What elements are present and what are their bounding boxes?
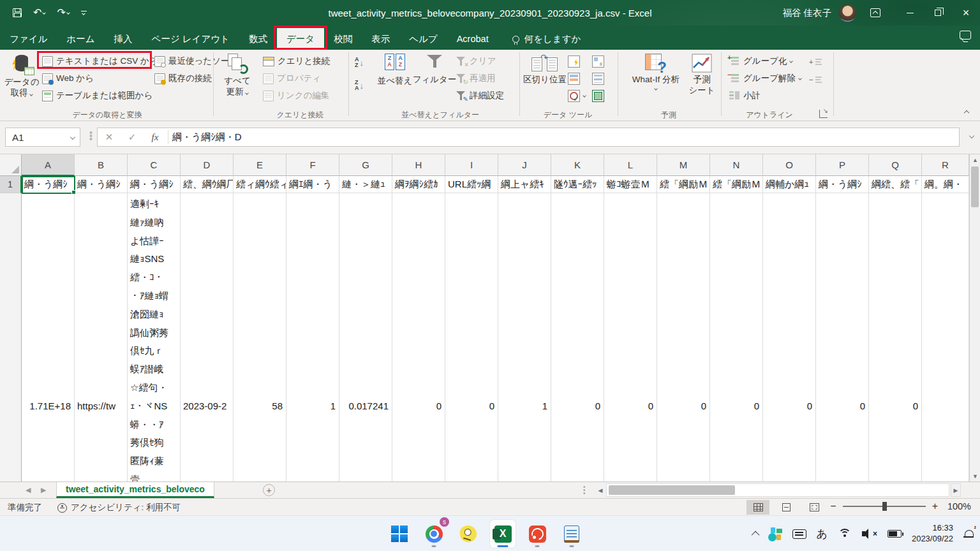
- sheet-tab-active[interactable]: tweet_activity_metrics_beloveco: [56, 482, 214, 498]
- cell-O2[interactable]: [763, 193, 816, 481]
- column-header-Q[interactable]: Q: [869, 154, 922, 176]
- from-web-button[interactable]: Web から: [42, 71, 94, 86]
- vertical-scrollbar-thumb[interactable]: [971, 166, 979, 207]
- minimize-button[interactable]: [896, 0, 924, 26]
- undo-button[interactable]: ↶: [33, 8, 45, 18]
- cell-R2[interactable]: [922, 193, 969, 481]
- formula-bar-splitter[interactable]: •••: [89, 131, 92, 144]
- page-layout-view-button[interactable]: [775, 500, 798, 515]
- manage-data-model-button[interactable]: [592, 88, 604, 103]
- relationships-button[interactable]: [592, 71, 604, 86]
- select-all-corner[interactable]: [0, 154, 22, 176]
- cell-L2[interactable]: [604, 193, 657, 481]
- zoom-out-button[interactable]: −: [830, 501, 836, 511]
- forecast-sheet-button[interactable]: 予測シート: [684, 52, 720, 107]
- ungroup-button[interactable]: − グループ解除: [729, 71, 801, 86]
- cell-J2[interactable]: [498, 193, 551, 481]
- row-header-1[interactable]: 1: [0, 176, 22, 193]
- cell-F2[interactable]: [286, 193, 339, 481]
- accessibility-status[interactable]: アクセシビリティ: 利用不可: [57, 502, 181, 513]
- start-button[interactable]: [387, 520, 412, 548]
- formula-bar[interactable]: ✕ ✓ fx 綱・う綱ｼ綱・D: [97, 128, 960, 147]
- tab-help[interactable]: ヘルプ: [399, 28, 447, 50]
- clock[interactable]: 16:332023/09/22: [912, 523, 953, 545]
- column-header-A[interactable]: A: [22, 154, 75, 176]
- show-detail-button[interactable]: +: [809, 55, 822, 70]
- data-validation-button[interactable]: [568, 88, 586, 103]
- tab-data[interactable]: データ: [277, 28, 324, 50]
- cell-Q1[interactable]: 綱繧、繧「: [869, 176, 922, 193]
- insert-function-icon[interactable]: fx: [144, 132, 167, 143]
- cell-N1[interactable]: 繧「綱励Ｍ: [710, 176, 763, 193]
- hscroll-right-arrow[interactable]: ▶: [951, 483, 961, 497]
- column-header-L[interactable]: L: [604, 154, 657, 176]
- group-button[interactable]: + グループ化: [729, 54, 792, 69]
- sort-descending-button[interactable]: ZA↓: [355, 78, 364, 93]
- column-header-N[interactable]: N: [710, 154, 763, 176]
- flash-fill-button[interactable]: [568, 54, 580, 69]
- tab-formulas[interactable]: 数式: [239, 28, 277, 50]
- account-name[interactable]: 福谷 佳衣子: [782, 7, 831, 19]
- cancel-entry-icon[interactable]: ✕: [98, 131, 121, 143]
- cell-R1[interactable]: 綱。綱・: [922, 176, 969, 193]
- notification-bell-icon[interactable]: ᶻ: [963, 529, 974, 539]
- cell-P2[interactable]: [816, 193, 869, 481]
- close-button[interactable]: ×: [952, 0, 980, 26]
- cell-B1[interactable]: 綱・う綱ｼ: [75, 176, 128, 193]
- text-to-columns-button[interactable]: ↷ 区切り位置: [524, 52, 565, 107]
- outline-dialog-launcher[interactable]: [819, 110, 828, 118]
- cell-I2[interactable]: [445, 193, 498, 481]
- excel-taskbar-button[interactable]: X: [490, 520, 516, 548]
- cell-I1[interactable]: URL繧ｯ綱: [445, 176, 498, 193]
- column-header-O[interactable]: O: [763, 154, 816, 176]
- cell-M2[interactable]: [657, 193, 710, 481]
- page-break-view-button[interactable]: [803, 500, 826, 515]
- subtotal-button[interactable]: 小計: [729, 88, 761, 103]
- scroll-down-arrow[interactable]: ▼: [970, 471, 980, 481]
- remove-duplicates-button[interactable]: [568, 71, 580, 86]
- from-table-range-button[interactable]: テーブルまたは範囲から: [42, 88, 152, 103]
- cell-L1[interactable]: 蝣ｺ蝣壹Ｍ: [604, 176, 657, 193]
- worksheet-grid[interactable]: 1 A綱・う綱ｼ1.71E+18B綱・う綱ｼhttps://twC綱・う綱ｼD繧…: [0, 154, 969, 481]
- customize-qat-button[interactable]: [81, 11, 87, 15]
- reapply-filter-button[interactable]: ↻ 再適用: [456, 71, 496, 86]
- volume-muted-icon[interactable]: ×: [862, 529, 877, 539]
- sheet-nav-right-icon[interactable]: ▶: [41, 486, 46, 494]
- what-if-analysis-button[interactable]: ? What-If 分析: [629, 52, 683, 107]
- name-box[interactable]: A1: [5, 128, 80, 147]
- column-header-J[interactable]: J: [498, 154, 551, 176]
- ribbon-display-options-icon[interactable]: [870, 8, 880, 17]
- cell-F1[interactable]: 綱ｴ綱・う: [286, 176, 339, 193]
- filter-button[interactable]: フィルター: [416, 52, 453, 107]
- expand-formula-bar-icon[interactable]: [969, 133, 974, 138]
- cell-A1[interactable]: 綱・う綱ｼ: [22, 176, 75, 193]
- consolidate-button[interactable]: [592, 54, 604, 69]
- column-header-E[interactable]: E: [234, 154, 286, 176]
- comment-icon[interactable]: [960, 31, 971, 40]
- tab-review[interactable]: 校閲: [324, 28, 362, 50]
- clear-filter-button[interactable]: × クリア: [456, 54, 496, 69]
- scroll-up-arrow[interactable]: ▲: [970, 154, 980, 165]
- normal-view-button[interactable]: [746, 500, 769, 515]
- hide-detail-button[interactable]: −: [809, 73, 822, 88]
- tab-acrobat[interactable]: Acrobat: [447, 28, 498, 50]
- queries-connections-button[interactable]: クエリと接続: [263, 54, 330, 69]
- cell-B2[interactable]: [75, 193, 128, 481]
- column-header-P[interactable]: P: [816, 154, 869, 176]
- edit-links-button[interactable]: リンクの編集: [263, 88, 329, 103]
- hscroll-left-arrow[interactable]: ◀: [595, 483, 605, 497]
- zoom-slider-thumb[interactable]: [882, 502, 887, 511]
- tab-insert[interactable]: 挿入: [105, 28, 142, 50]
- notepad-taskbar-button[interactable]: [559, 520, 584, 548]
- slack-tray-icon[interactable]: [769, 527, 782, 540]
- existing-connections-button[interactable]: 既存の接続: [154, 71, 212, 86]
- cell-D2[interactable]: [181, 193, 234, 481]
- column-header-R[interactable]: R: [922, 154, 969, 176]
- column-header-I[interactable]: I: [445, 154, 498, 176]
- battery-icon[interactable]: [887, 530, 902, 538]
- cell-P1[interactable]: 綱・う綱ｼ: [816, 176, 869, 193]
- column-header-H[interactable]: H: [392, 154, 445, 176]
- cell-D1[interactable]: 繧、綱ｳ綱厂: [181, 176, 234, 193]
- red-app-taskbar-button[interactable]: [524, 520, 550, 548]
- name-box-dropdown-icon[interactable]: [70, 135, 75, 140]
